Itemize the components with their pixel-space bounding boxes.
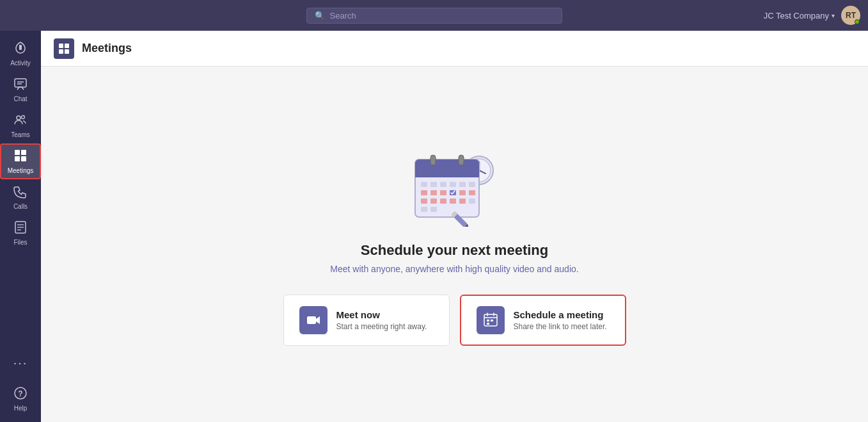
- chat-icon: [13, 77, 28, 94]
- sidebar-item-calls-label: Calls: [13, 203, 28, 210]
- sidebar-item-help-label: Help: [14, 405, 28, 412]
- svg-rect-52: [307, 316, 316, 324]
- svg-rect-31: [440, 182, 446, 187]
- svg-rect-48: [430, 207, 437, 212]
- meet-now-subtitle: Start a meeting right away.: [336, 322, 427, 331]
- svg-rect-26: [415, 169, 479, 177]
- main-subheading: Meet with anyone, anywhere with high qua…: [330, 264, 578, 274]
- svg-rect-44: [450, 199, 456, 204]
- meet-now-icon: [299, 306, 327, 334]
- svg-rect-41: [421, 199, 427, 204]
- sidebar-item-meetings-label: Meetings: [8, 167, 34, 174]
- svg-rect-36: [430, 190, 437, 195]
- sidebar-item-files[interactable]: Files: [0, 215, 41, 251]
- meet-now-title: Meet now: [336, 309, 427, 320]
- page-header: Meetings: [41, 31, 868, 67]
- avatar[interactable]: RT: [841, 6, 860, 25]
- main-layout: Activity Chat: [0, 31, 868, 422]
- sidebar-item-chat[interactable]: Chat: [0, 72, 41, 108]
- svg-rect-42: [430, 199, 437, 204]
- topbar-right: JC Test Company ▾ RT: [764, 6, 860, 25]
- svg-rect-37: [440, 190, 446, 195]
- schedule-meeting-title: Schedule a meeting: [514, 309, 607, 320]
- page-icon: [54, 38, 74, 59]
- svg-rect-39: [459, 190, 466, 195]
- svg-rect-57: [487, 320, 489, 321]
- sidebar-bottom: ··· ? Help: [0, 345, 41, 422]
- svg-rect-28: [459, 155, 464, 165]
- svg-rect-16: [59, 44, 63, 48]
- avatar-status-dot: [855, 19, 860, 24]
- calls-icon: [13, 184, 28, 202]
- files-icon: [13, 220, 28, 238]
- teams-icon: [13, 113, 28, 130]
- svg-rect-35: [421, 190, 427, 195]
- sidebar: Activity Chat: [0, 31, 41, 422]
- svg-rect-7: [21, 150, 26, 155]
- company-name-text: JC Test Company: [764, 11, 829, 20]
- sidebar-item-more[interactable]: ···: [0, 345, 41, 381]
- schedule-meeting-icon: [477, 306, 505, 334]
- sidebar-item-meetings[interactable]: Meetings: [0, 143, 41, 179]
- svg-rect-58: [491, 320, 493, 321]
- meet-now-card[interactable]: Meet now Start a meeting right away.: [283, 295, 450, 346]
- schedule-meeting-card[interactable]: Schedule a meeting Share the link to mee…: [460, 295, 626, 346]
- svg-rect-6: [15, 150, 20, 155]
- svg-rect-47: [421, 207, 427, 212]
- sidebar-item-activity-label: Activity: [10, 60, 31, 67]
- svg-rect-59: [487, 323, 489, 325]
- meetings-icon: [13, 149, 28, 166]
- search-icon: 🔍: [315, 11, 325, 20]
- svg-rect-34: [469, 182, 475, 187]
- main-content: Schedule your next meeting Meet with any…: [41, 67, 868, 422]
- main-heading: Schedule your next meeting: [361, 242, 548, 259]
- svg-rect-29: [421, 182, 427, 187]
- svg-rect-19: [65, 49, 69, 54]
- svg-rect-8: [15, 156, 20, 161]
- more-icon: ···: [13, 355, 28, 370]
- svg-point-4: [17, 116, 20, 120]
- sidebar-item-teams[interactable]: Teams: [0, 108, 41, 143]
- sidebar-item-activity[interactable]: Activity: [0, 36, 41, 72]
- calendar-illustration: [404, 143, 506, 227]
- svg-rect-30: [430, 182, 437, 187]
- svg-rect-33: [459, 182, 466, 187]
- sidebar-item-calls[interactable]: Calls: [0, 179, 41, 215]
- svg-rect-43: [440, 199, 446, 204]
- content: Meetings: [41, 31, 868, 422]
- svg-rect-32: [450, 182, 456, 187]
- activity-icon: [13, 41, 28, 58]
- svg-text:?: ?: [18, 389, 22, 398]
- avatar-initials: RT: [846, 11, 856, 20]
- action-cards: Meet now Start a meeting right away.: [283, 295, 626, 346]
- topbar: 🔍 JC Test Company ▾ RT: [0, 0, 868, 31]
- svg-rect-0: [19, 45, 22, 50]
- svg-rect-9: [21, 156, 26, 161]
- svg-rect-45: [459, 199, 466, 204]
- help-icon: ?: [13, 386, 28, 403]
- svg-point-5: [22, 116, 25, 119]
- schedule-meeting-text: Schedule a meeting Share the link to mee…: [514, 309, 607, 331]
- search-input[interactable]: [330, 11, 554, 20]
- sidebar-item-teams-label: Teams: [11, 131, 29, 138]
- schedule-meeting-subtitle: Share the link to meet later.: [514, 322, 607, 331]
- svg-rect-17: [65, 44, 69, 48]
- sidebar-item-chat-label: Chat: [13, 95, 27, 102]
- search-box[interactable]: 🔍: [306, 8, 562, 24]
- sidebar-item-files-label: Files: [13, 239, 27, 246]
- sidebar-item-help[interactable]: ? Help: [0, 381, 41, 417]
- svg-rect-46: [469, 199, 475, 204]
- company-name[interactable]: JC Test Company ▾: [764, 11, 835, 20]
- svg-rect-18: [59, 49, 63, 54]
- svg-rect-27: [430, 155, 436, 165]
- svg-rect-1: [15, 79, 26, 87]
- page-title: Meetings: [82, 42, 132, 55]
- meet-now-text: Meet now Start a meeting right away.: [336, 309, 427, 331]
- svg-rect-40: [469, 190, 475, 195]
- chevron-down-icon: ▾: [832, 12, 835, 19]
